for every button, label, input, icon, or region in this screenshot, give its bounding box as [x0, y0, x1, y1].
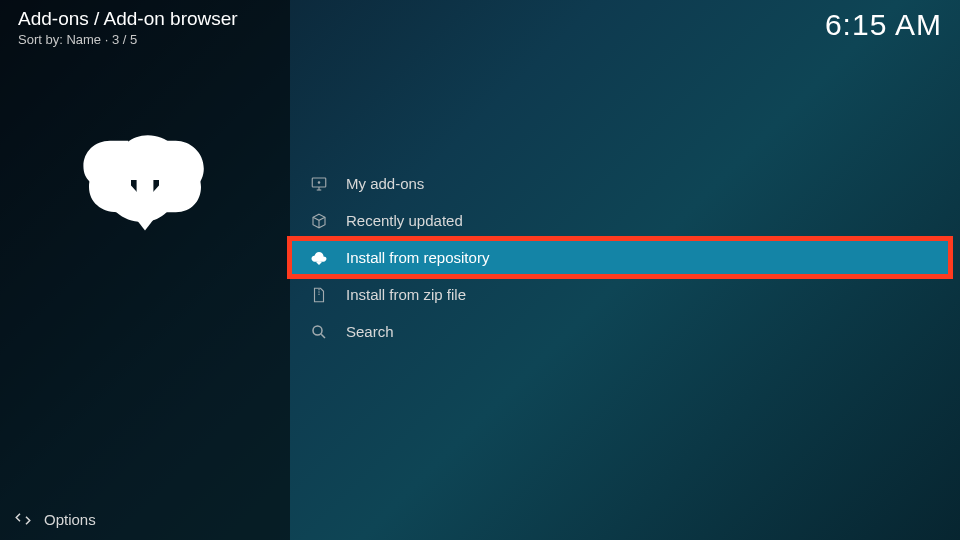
- search-icon: [310, 323, 328, 341]
- sort-label: Sort by: Name: [18, 32, 101, 47]
- menu-item-label: Install from repository: [346, 249, 489, 266]
- menu-item-label: Install from zip file: [346, 286, 466, 303]
- monitor-icon: [310, 175, 328, 193]
- cloud-download-icon: [75, 110, 215, 250]
- footer[interactable]: Options: [14, 510, 96, 528]
- menu-item-recently-updated[interactable]: Recently updated: [290, 202, 950, 239]
- menu-item-search[interactable]: Search: [290, 313, 950, 350]
- header: Add-ons / Add-on browser Sort by: Name ·…: [18, 8, 942, 47]
- menu-list: My add-ons Recently updated Install from…: [290, 165, 950, 350]
- menu-item-my-addons[interactable]: My add-ons: [290, 165, 950, 202]
- zip-file-icon: [310, 286, 328, 304]
- sort-info: Sort by: Name · 3 / 5: [18, 32, 238, 47]
- sidebar: [0, 0, 290, 540]
- page-title: Add-ons / Add-on browser: [18, 8, 238, 30]
- options-icon: [14, 510, 32, 528]
- menu-item-install-from-zip[interactable]: Install from zip file: [290, 276, 950, 313]
- footer-label: Options: [44, 511, 96, 528]
- breadcrumb: Add-ons / Add-on browser Sort by: Name ·…: [18, 8, 238, 47]
- svg-point-4: [318, 181, 320, 183]
- svg-line-10: [321, 334, 325, 338]
- box-icon: [310, 212, 328, 230]
- clock: 6:15 AM: [825, 8, 942, 42]
- svg-point-9: [313, 326, 322, 335]
- menu-item-label: My add-ons: [346, 175, 424, 192]
- menu-item-install-from-repository[interactable]: Install from repository: [290, 239, 950, 276]
- cloud-install-icon: [310, 249, 328, 267]
- menu-item-label: Recently updated: [346, 212, 463, 229]
- pagination: 3 / 5: [112, 32, 137, 47]
- svg-rect-0: [137, 172, 154, 211]
- menu-item-label: Search: [346, 323, 394, 340]
